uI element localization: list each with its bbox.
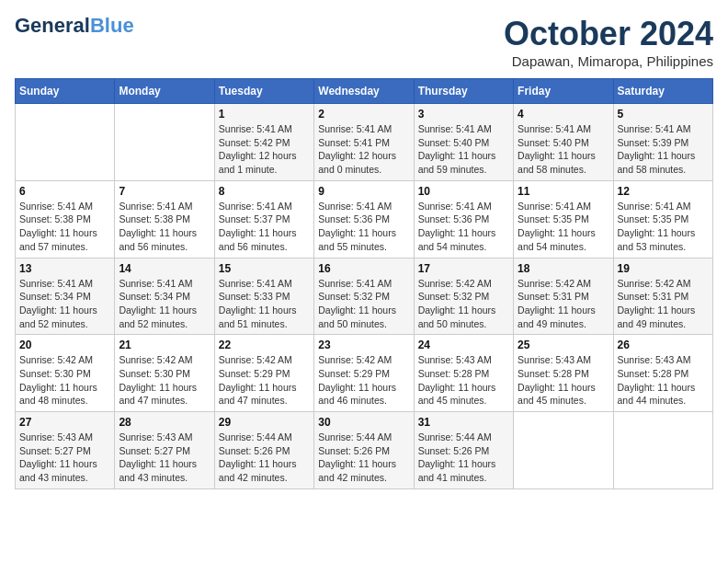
calendar-cell: 22Sunrise: 5:42 AM Sunset: 5:29 PM Dayli… — [214, 335, 313, 412]
day-info: Sunrise: 5:42 AM Sunset: 5:30 PM Dayligh… — [19, 353, 110, 408]
day-number: 10 — [418, 185, 509, 198]
column-header-monday: Monday — [115, 79, 214, 104]
day-info: Sunrise: 5:42 AM Sunset: 5:31 PM Dayligh… — [518, 277, 609, 331]
day-number: 2 — [318, 108, 409, 121]
logo-general: General — [15, 14, 90, 37]
day-info: Sunrise: 5:41 AM Sunset: 5:34 PM Dayligh… — [19, 277, 110, 331]
calendar-cell: 18Sunrise: 5:42 AM Sunset: 5:31 PM Dayli… — [514, 258, 613, 335]
calendar-cell: 6Sunrise: 5:41 AM Sunset: 5:38 PM Daylig… — [16, 180, 115, 258]
day-number: 4 — [518, 108, 609, 121]
week-row-5: 27Sunrise: 5:43 AM Sunset: 5:27 PM Dayli… — [16, 412, 713, 489]
day-info: Sunrise: 5:43 AM Sunset: 5:28 PM Dayligh… — [418, 353, 509, 408]
day-info: Sunrise: 5:41 AM Sunset: 5:41 PM Dayligh… — [318, 122, 409, 177]
calendar-cell — [613, 412, 712, 489]
calendar-cell: 23Sunrise: 5:42 AM Sunset: 5:29 PM Dayli… — [314, 335, 414, 412]
calendar-table: SundayMondayTuesdayWednesdayThursdayFrid… — [15, 78, 713, 489]
column-header-friday: Friday — [514, 79, 613, 104]
week-row-2: 6Sunrise: 5:41 AM Sunset: 5:38 PM Daylig… — [16, 180, 713, 258]
column-header-saturday: Saturday — [613, 79, 712, 104]
calendar-cell: 5Sunrise: 5:41 AM Sunset: 5:39 PM Daylig… — [613, 104, 712, 181]
day-info: Sunrise: 5:42 AM Sunset: 5:31 PM Dayligh… — [618, 277, 709, 331]
calendar-cell: 27Sunrise: 5:43 AM Sunset: 5:27 PM Dayli… — [16, 412, 115, 489]
day-number: 29 — [219, 416, 310, 429]
logo-blue: Blue — [90, 14, 134, 37]
day-info: Sunrise: 5:42 AM Sunset: 5:29 PM Dayligh… — [318, 353, 409, 408]
calendar-cell: 29Sunrise: 5:44 AM Sunset: 5:26 PM Dayli… — [214, 412, 313, 489]
logo: GeneralBlue — [15, 15, 134, 37]
day-number: 28 — [119, 416, 210, 429]
day-info: Sunrise: 5:41 AM Sunset: 5:35 PM Dayligh… — [618, 200, 709, 254]
day-number: 31 — [418, 416, 509, 429]
calendar-cell: 15Sunrise: 5:41 AM Sunset: 5:33 PM Dayli… — [214, 258, 313, 335]
calendar-cell — [16, 104, 115, 181]
day-number: 19 — [618, 262, 709, 275]
day-number: 13 — [19, 262, 110, 275]
day-number: 15 — [219, 262, 310, 275]
day-number: 21 — [119, 339, 210, 351]
calendar-cell: 19Sunrise: 5:42 AM Sunset: 5:31 PM Dayli… — [613, 258, 712, 335]
calendar-cell: 8Sunrise: 5:41 AM Sunset: 5:37 PM Daylig… — [214, 180, 313, 258]
day-number: 23 — [318, 339, 409, 351]
day-info: Sunrise: 5:41 AM Sunset: 5:36 PM Dayligh… — [418, 200, 509, 254]
day-number: 8 — [219, 185, 310, 198]
calendar-cell: 17Sunrise: 5:42 AM Sunset: 5:32 PM Dayli… — [414, 258, 513, 335]
day-number: 11 — [518, 185, 609, 198]
page-header: GeneralBlue October 2024 Dapawan, Mimaro… — [15, 15, 713, 69]
day-number: 18 — [518, 262, 609, 275]
day-number: 27 — [19, 416, 110, 429]
day-info: Sunrise: 5:41 AM Sunset: 5:38 PM Dayligh… — [119, 200, 210, 254]
calendar-cell: 1Sunrise: 5:41 AM Sunset: 5:42 PM Daylig… — [214, 104, 313, 181]
column-header-wednesday: Wednesday — [314, 79, 414, 104]
day-info: Sunrise: 5:41 AM Sunset: 5:40 PM Dayligh… — [418, 122, 509, 177]
calendar-cell: 26Sunrise: 5:43 AM Sunset: 5:28 PM Dayli… — [613, 335, 712, 412]
day-info: Sunrise: 5:41 AM Sunset: 5:33 PM Dayligh… — [219, 277, 310, 331]
calendar-cell: 28Sunrise: 5:43 AM Sunset: 5:27 PM Dayli… — [115, 412, 214, 489]
calendar-cell: 12Sunrise: 5:41 AM Sunset: 5:35 PM Dayli… — [613, 180, 712, 258]
day-number: 17 — [418, 262, 509, 275]
day-number: 6 — [19, 185, 110, 198]
title-area: October 2024 Dapawan, Mimaropa, Philippi… — [504, 15, 713, 69]
calendar-cell: 25Sunrise: 5:43 AM Sunset: 5:28 PM Dayli… — [514, 335, 613, 412]
day-number: 14 — [119, 262, 210, 275]
day-info: Sunrise: 5:42 AM Sunset: 5:29 PM Dayligh… — [219, 353, 310, 408]
calendar-cell: 21Sunrise: 5:42 AM Sunset: 5:30 PM Dayli… — [115, 335, 214, 412]
day-info: Sunrise: 5:43 AM Sunset: 5:28 PM Dayligh… — [618, 353, 709, 408]
day-number: 5 — [618, 108, 709, 121]
day-number: 12 — [618, 185, 709, 198]
day-info: Sunrise: 5:41 AM Sunset: 5:36 PM Dayligh… — [318, 200, 409, 254]
day-number: 1 — [219, 108, 310, 121]
day-info: Sunrise: 5:41 AM Sunset: 5:32 PM Dayligh… — [318, 277, 409, 331]
day-info: Sunrise: 5:43 AM Sunset: 5:27 PM Dayligh… — [119, 431, 210, 485]
day-info: Sunrise: 5:43 AM Sunset: 5:28 PM Dayligh… — [518, 353, 609, 408]
header-row: SundayMondayTuesdayWednesdayThursdayFrid… — [16, 79, 713, 104]
day-info: Sunrise: 5:41 AM Sunset: 5:40 PM Dayligh… — [518, 122, 609, 177]
week-row-3: 13Sunrise: 5:41 AM Sunset: 5:34 PM Dayli… — [16, 258, 713, 335]
day-info: Sunrise: 5:41 AM Sunset: 5:37 PM Dayligh… — [219, 200, 310, 254]
day-info: Sunrise: 5:41 AM Sunset: 5:34 PM Dayligh… — [119, 277, 210, 331]
day-info: Sunrise: 5:42 AM Sunset: 5:32 PM Dayligh… — [418, 277, 509, 331]
calendar-cell: 9Sunrise: 5:41 AM Sunset: 5:36 PM Daylig… — [314, 180, 414, 258]
day-info: Sunrise: 5:41 AM Sunset: 5:38 PM Dayligh… — [19, 200, 110, 254]
calendar-cell: 14Sunrise: 5:41 AM Sunset: 5:34 PM Dayli… — [115, 258, 214, 335]
day-number: 7 — [119, 185, 210, 198]
day-info: Sunrise: 5:41 AM Sunset: 5:35 PM Dayligh… — [518, 200, 609, 254]
day-number: 22 — [219, 339, 310, 351]
calendar-cell: 20Sunrise: 5:42 AM Sunset: 5:30 PM Dayli… — [16, 335, 115, 412]
day-number: 16 — [318, 262, 409, 275]
day-info: Sunrise: 5:44 AM Sunset: 5:26 PM Dayligh… — [418, 431, 509, 485]
day-number: 20 — [19, 339, 110, 351]
calendar-cell: 10Sunrise: 5:41 AM Sunset: 5:36 PM Dayli… — [414, 180, 513, 258]
calendar-cell — [514, 412, 613, 489]
calendar-cell: 30Sunrise: 5:44 AM Sunset: 5:26 PM Dayli… — [314, 412, 414, 489]
day-number: 9 — [318, 185, 409, 198]
day-info: Sunrise: 5:41 AM Sunset: 5:39 PM Dayligh… — [618, 122, 709, 177]
calendar-cell: 2Sunrise: 5:41 AM Sunset: 5:41 PM Daylig… — [314, 104, 414, 181]
day-info: Sunrise: 5:42 AM Sunset: 5:30 PM Dayligh… — [119, 353, 210, 408]
day-number: 25 — [518, 339, 609, 351]
day-number: 24 — [418, 339, 509, 351]
calendar-cell — [115, 104, 214, 181]
day-number: 26 — [618, 339, 709, 351]
calendar-cell: 4Sunrise: 5:41 AM Sunset: 5:40 PM Daylig… — [514, 104, 613, 181]
calendar-cell: 31Sunrise: 5:44 AM Sunset: 5:26 PM Dayli… — [414, 412, 513, 489]
column-header-tuesday: Tuesday — [214, 79, 313, 104]
